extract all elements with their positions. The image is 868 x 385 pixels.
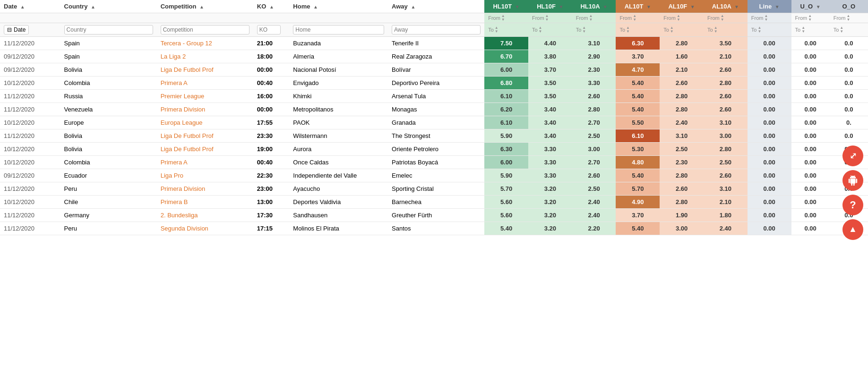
country-filter-input[interactable] xyxy=(64,25,153,34)
al10t-cell: 4.70 xyxy=(616,63,660,77)
hl10f-cell: 3.20 xyxy=(528,196,572,209)
al10t-header[interactable]: AL10T ▼ xyxy=(616,0,660,13)
date-cell: 11/12/2020 xyxy=(0,222,60,235)
al10a-cell: 2.60 xyxy=(704,169,748,182)
al10t-to-spinner[interactable]: ▲▼ xyxy=(626,26,630,34)
ko-filter-input[interactable] xyxy=(257,25,281,34)
country-header[interactable]: Country ▲ xyxy=(60,0,157,13)
competition-link[interactable]: 2. Bundesliga xyxy=(161,212,198,219)
competition-link[interactable]: La Liga 2 xyxy=(161,53,186,60)
date-cell: 11/12/2020 xyxy=(0,182,60,196)
competition-link[interactable]: Liga De Futbol Prof xyxy=(161,132,214,139)
hl10f-from-spinner[interactable]: ▲▼ xyxy=(545,14,549,22)
uo-to-spinner[interactable]: ▲▼ xyxy=(801,26,805,34)
hl10a-from-spinner[interactable]: ▲▼ xyxy=(589,14,593,22)
al10a-cell: 2.60 xyxy=(704,103,748,116)
al10t-from-spinner[interactable]: ▲▼ xyxy=(633,14,636,22)
away-cell: Greuther Fürth xyxy=(388,209,484,222)
line-header[interactable]: Line ▼ xyxy=(748,0,791,13)
hl10a-cell: 3.00 xyxy=(572,143,616,156)
competition-link[interactable]: Tercera - Group 12 xyxy=(161,40,212,47)
country-cell: Bolivia xyxy=(60,129,157,143)
share-fab-button[interactable]: ⤢ xyxy=(842,145,863,166)
hl10t-header[interactable]: HL10T ▼ xyxy=(484,0,528,13)
competition-link[interactable]: Primera Division xyxy=(161,106,206,113)
oo-from-spinner[interactable]: ▲▼ xyxy=(846,14,850,22)
al10f-from-spinner[interactable]: ▲▼ xyxy=(677,14,680,22)
al10a-header[interactable]: AL10A ▼ xyxy=(704,0,748,13)
home-header[interactable]: Home ▲ xyxy=(289,0,388,13)
al10a-to-cell: To ▲▼ xyxy=(704,23,748,37)
line-to-spinner[interactable]: ▲▼ xyxy=(757,26,761,34)
uo-from-spinner[interactable]: ▲▼ xyxy=(808,14,812,22)
hl10a-to-spinner[interactable]: ▲▼ xyxy=(582,26,586,34)
hl10t-cell: 6.20 xyxy=(484,103,528,116)
hl10t-to-spinner[interactable]: ▲▼ xyxy=(495,26,498,34)
competition-cell: Primera Division xyxy=(157,103,253,116)
competition-link[interactable]: Liga Pro xyxy=(161,172,183,179)
android-fab-button[interactable] xyxy=(842,170,863,191)
hl10t-cell: 5.40 xyxy=(484,222,528,235)
hl10f-to-spinner[interactable]: ▲▼ xyxy=(539,26,542,34)
date-header[interactable]: Date ▲ xyxy=(0,0,60,13)
competition-link[interactable]: Liga De Futbol Prof xyxy=(161,66,214,73)
away-cell: Barnechea xyxy=(388,196,484,209)
competition-link[interactable]: Primera B xyxy=(161,198,188,205)
al10f-header[interactable]: AL10F ▼ xyxy=(660,0,704,13)
country-cell: Peru xyxy=(60,182,157,196)
scroll-up-fab-button[interactable]: ▲ xyxy=(842,219,863,236)
al10t-cell: 6.10 xyxy=(616,129,660,143)
competition-cell: Liga Pro xyxy=(157,169,253,182)
hl10f-to-cell: To ▲▼ xyxy=(528,23,572,37)
al10f-cell: 2.30 xyxy=(660,156,704,169)
line-from-spinner[interactable]: ▲▼ xyxy=(764,14,768,22)
uo-cell: 0.00 xyxy=(791,156,830,169)
al10a-to-spinner[interactable]: ▲▼ xyxy=(714,26,718,34)
uo-cell: 0.00 xyxy=(791,196,830,209)
line-cell: 0.00 xyxy=(748,209,791,222)
ko-cell: 17:55 xyxy=(253,116,290,129)
ko-header[interactable]: KO ▲ xyxy=(253,0,290,13)
competition-link[interactable]: Europa League xyxy=(161,119,203,126)
al10t-cell: 3.70 xyxy=(616,50,660,63)
away-header[interactable]: Away ▲ xyxy=(388,0,484,13)
competition-link[interactable]: Liga De Futbol Prof xyxy=(161,145,214,153)
main-table-container: Date ▲ Country ▲ Competition ▲ KO ▲ Home… xyxy=(0,0,868,235)
date-filter-button[interactable]: ⊟ Date xyxy=(4,25,29,34)
uo-cell: 0.00 xyxy=(791,90,830,103)
competition-header[interactable]: Competition ▲ xyxy=(157,0,253,13)
al10f-cell: 2.60 xyxy=(660,77,704,90)
ko-cell: 18:00 xyxy=(253,50,290,63)
home-filter-input[interactable] xyxy=(293,25,384,34)
country-cell: Peru xyxy=(60,222,157,235)
oo-header[interactable]: O_O xyxy=(830,0,868,13)
hl10t-to-cell: To ▲▼ xyxy=(484,23,528,37)
away-filter-input[interactable] xyxy=(392,25,481,34)
hl10a-header[interactable]: HL10A ▼ xyxy=(572,0,616,13)
competition-link[interactable]: Segunda Division xyxy=(161,225,208,232)
line-from-cell: From ▲▼ xyxy=(748,13,791,23)
home-sort-icon: ▲ xyxy=(313,4,318,9)
al10a-from-spinner[interactable]: ▲▼ xyxy=(721,14,724,22)
al10t-cell: 5.40 xyxy=(616,222,660,235)
country-filter-cell xyxy=(60,23,157,37)
al10f-to-spinner[interactable]: ▲▼ xyxy=(670,26,674,34)
hl10t-from-spinner[interactable]: ▲▼ xyxy=(501,14,505,22)
hl10f-cell: 3.20 xyxy=(528,222,572,235)
competition-filter-input[interactable] xyxy=(161,25,249,34)
date-cell: 10/12/2020 xyxy=(0,77,60,90)
competition-link[interactable]: Primera A xyxy=(161,159,188,166)
uo-header[interactable]: U_O ▼ xyxy=(791,0,830,13)
oo-to-spinner[interactable]: ▲▼ xyxy=(840,26,843,34)
oo-cell: 0.0 xyxy=(830,50,868,63)
table-body: 11/12/2020 Spain Tercera - Group 12 21:0… xyxy=(0,37,868,235)
hl10f-cell: 3.40 xyxy=(528,103,572,116)
al10a-cell: 2.80 xyxy=(704,77,748,90)
hl10f-cell: 3.50 xyxy=(528,90,572,103)
competition-link[interactable]: Premier League xyxy=(161,93,205,100)
table-row: 11/12/2020 Venezuela Primera Division 00… xyxy=(0,103,868,116)
competition-link[interactable]: Primera Division xyxy=(161,185,206,192)
help-fab-button[interactable]: ? xyxy=(842,195,863,215)
hl10f-header[interactable]: HL10F ▼ xyxy=(528,0,572,13)
competition-link[interactable]: Primera A xyxy=(161,79,188,86)
